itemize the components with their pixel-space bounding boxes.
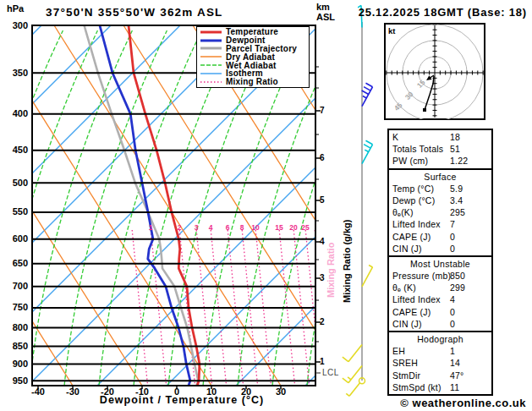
table-row-label: EH — [392, 345, 405, 357]
table-row-label: CIN (J) — [392, 243, 422, 255]
table-row-label: StmDir — [392, 370, 420, 381]
pressure-tick-label: 850 — [0, 341, 28, 351]
pressure-tick-label: 550 — [0, 206, 28, 216]
table-row: Dewp (°C)3.4 — [389, 195, 491, 206]
km-tick-label: 5 — [320, 195, 338, 205]
hodograph-trace-marker — [423, 108, 426, 112]
wind-barb — [343, 344, 362, 361]
table-row: Lifted Index4 — [389, 293, 491, 305]
table-section-header: Most Unstable — [389, 258, 491, 270]
km-tick-label: 2 — [320, 317, 338, 326]
table-row: StmSpd (kt)11 — [389, 381, 491, 393]
pressure-tick-label: 500 — [0, 178, 28, 188]
table-section-header: Surface — [389, 171, 491, 183]
legend-swatch — [200, 38, 222, 43]
table-row-value: 299 — [450, 282, 465, 293]
wet-adiabat-line — [64, 30, 167, 386]
pressure-tick-label: 450 — [0, 145, 28, 155]
pressure-unit-label: hPa — [7, 3, 24, 14]
x-axis-title: Dewpoint / Temperature (°C) — [76, 394, 288, 406]
table-row-label: CAPE (J) — [392, 306, 431, 318]
table-section: K18Totals Totals51PW (cm)1.22 — [389, 130, 491, 168]
page-title: 37°50'N 355°50'W 362m ASL — [46, 6, 223, 19]
table-row: Lifted Index7 — [389, 218, 491, 230]
table-row: θₑ(K)295 — [389, 206, 491, 218]
table-row-value: 0 — [450, 231, 455, 243]
temp-tick-label: -40 — [21, 386, 55, 397]
mixing-ratio-tick-label: 2 — [170, 223, 189, 232]
pressure-tick-label: 650 — [0, 258, 28, 268]
km-tick-label: 7 — [320, 106, 338, 115]
table-row: K18 — [389, 131, 491, 143]
legend-swatch — [200, 54, 222, 59]
table-row: Temp (°C)5.9 — [389, 183, 491, 195]
wind-barb — [362, 83, 373, 106]
pressure-tick-label: 900 — [0, 359, 28, 369]
pressure-tick-label: 750 — [0, 302, 28, 312]
wind-barb — [362, 140, 372, 163]
mixing-ratio-tick-label: 10 — [246, 223, 265, 232]
table-row: EH1 — [389, 345, 491, 357]
table-row-label: Dewp (°C) — [392, 195, 435, 206]
table-row-label: Lifted Index — [392, 218, 441, 230]
table-row-value: 4 — [450, 293, 455, 305]
table-row-label: Temp (°C) — [392, 183, 434, 195]
table-row-value: 850 — [450, 270, 465, 282]
table-row-label: Totals Totals — [392, 143, 443, 155]
table-row: PW (cm)1.22 — [389, 155, 491, 167]
mixing-ratio-axis-label-echo: Mixing Ratio — [326, 243, 336, 298]
table-row-value: 51 — [450, 143, 460, 155]
copyright: © weatheronline.co.uk — [400, 397, 526, 409]
legend-swatch — [200, 30, 222, 35]
table-row: CAPE (J)0 — [389, 231, 491, 243]
table-row-label: CAPE (J) — [392, 231, 431, 243]
table-section: Most UnstablePressure (mb)850θₑ (K)299Li… — [389, 255, 491, 331]
mixing-ratio-axis-label: Mixing Ratio (g/kg) — [342, 220, 352, 303]
table-row-label: StmSpd (kt) — [392, 381, 442, 393]
table-row-label: K — [392, 131, 398, 143]
km-tick-label: 1 — [320, 357, 338, 366]
table-row-value: 5.9 — [450, 183, 463, 195]
mixing-ratio-tick-label: 4 — [201, 223, 220, 232]
table-row-value: 11 — [450, 381, 459, 393]
pressure-tick-label: 950 — [0, 375, 28, 386]
table-row: Totals Totals51 — [389, 143, 491, 155]
legend-item-label: Mixing Ratio — [226, 77, 278, 86]
wind-barb — [362, 265, 372, 286]
pressure-tick-label: 800 — [0, 322, 28, 332]
table-row-value: 0 — [450, 318, 455, 330]
pressure-tick-label: 350 — [0, 68, 28, 78]
table-row-value: 18 — [450, 131, 460, 143]
table-row-label: θₑ(K) — [392, 206, 414, 218]
table-row: Pressure (mb)850 — [389, 270, 491, 282]
table-row-value: 7 — [450, 218, 455, 230]
table-row-value: 295 — [450, 206, 465, 218]
table-row-value: 1 — [450, 345, 455, 357]
pressure-tick-label: 300 — [0, 20, 28, 30]
skewt-screenshot: hPa 37°50'N 355°50'W 362m ASL kmASL 25.1… — [0, 0, 532, 411]
hodograph-unit-label: kt — [388, 26, 395, 36]
km-tick-label: 6 — [320, 153, 338, 162]
table-row-value: 1.22 — [450, 155, 468, 167]
table-row: StmDir47° — [389, 370, 491, 381]
table-row-label: PW (cm) — [392, 155, 428, 167]
legend-swatch — [200, 46, 222, 51]
table-row-label: CIN (J) — [392, 318, 422, 330]
table-row-value: 0 — [450, 243, 455, 255]
table-row: SREH14 — [389, 357, 491, 369]
table-section: HodographEH1SREH14StmDir47°StmSpd (kt)11 — [389, 331, 491, 394]
table-section: SurfaceTemp (°C)5.9Dewp (°C)3.4θₑ(K)295L… — [389, 168, 491, 255]
pressure-tick-label: 600 — [0, 233, 28, 244]
legend-item: Mixing Ratio — [200, 78, 309, 86]
table-row-value: 14 — [450, 357, 460, 369]
table-row-value: 0 — [450, 306, 455, 318]
legend-swatch — [200, 79, 222, 85]
table-row: CIN (J)0 — [389, 318, 491, 330]
mixing-ratio-tick-label: 25 — [296, 223, 315, 232]
table-row: CIN (J)0 — [389, 243, 491, 255]
table-row-value: 3.4 — [450, 195, 463, 206]
table-section-header: Hodograph — [389, 333, 491, 345]
indices-table: K18Totals Totals51PW (cm)1.22SurfaceTemp… — [387, 129, 493, 396]
table-row-label: SREH — [392, 357, 418, 369]
legend-swatch — [200, 71, 222, 76]
